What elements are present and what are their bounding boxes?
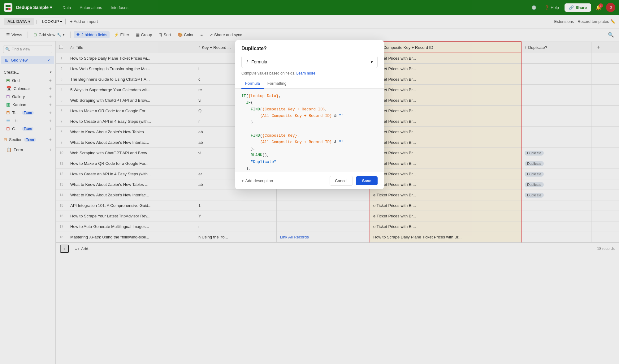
modal-title: Duplicate? [241,46,378,51]
tab-formula[interactable]: Formula [241,79,264,89]
modal-header: Duplicate? ƒ Formula ▾ [235,40,384,68]
chevron-down-icon: ▾ [371,60,373,64]
modal-footer: + Add description Cancel Save [235,172,384,189]
formula-type-left: ƒ Formula [246,59,267,65]
formula-type-label: Formula [251,59,267,64]
formula-editor[interactable]: IF({Lookup Data}, IF( FIND({Composite Ke… [235,89,384,172]
formula-type-selector[interactable]: ƒ Formula ▾ [241,56,378,68]
formula-description: Compute values based on fields. Learn mo… [235,71,384,79]
add-description-button[interactable]: + Add description [241,178,273,183]
modal-overlay[interactable]: Duplicate? ƒ Formula ▾ Compute values ba… [0,0,619,364]
modal-tabs: Formula Formatting [235,79,384,89]
learn-more-link[interactable]: Learn more [296,71,315,75]
formula-type-icon: ƒ [246,59,249,65]
save-button[interactable]: Save [356,176,378,185]
tab-formatting[interactable]: Formatting [264,79,290,89]
formula-modal: Duplicate? ƒ Formula ▾ Compute values ba… [235,40,384,189]
cancel-button[interactable]: Cancel [330,176,353,186]
